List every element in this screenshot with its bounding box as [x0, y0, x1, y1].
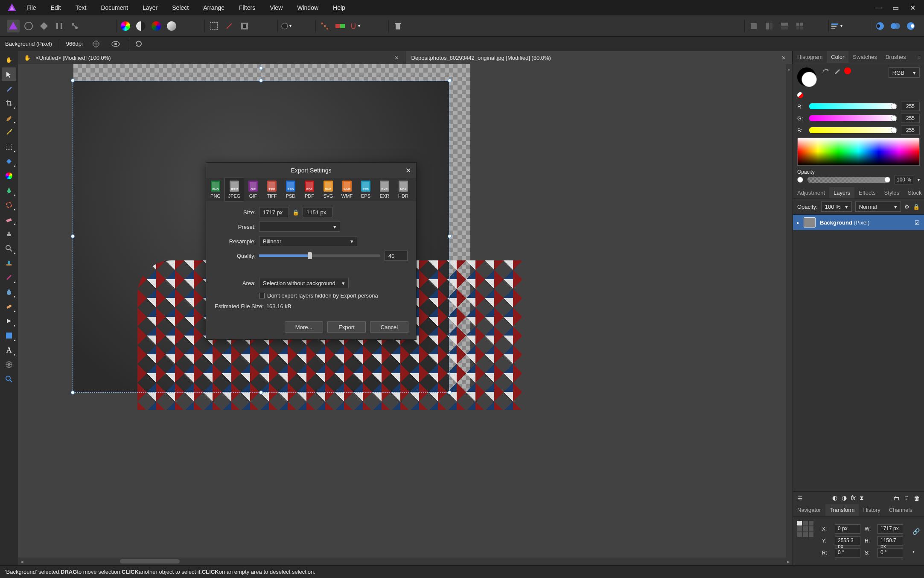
hand-tool-icon[interactable]: ✋ — [2, 53, 16, 67]
tab-histogram[interactable]: Histogram — [793, 51, 827, 63]
anchor-grid[interactable] — [797, 521, 813, 537]
dialog-close-icon[interactable]: ✕ — [405, 166, 411, 175]
preset-select[interactable]: ▾ — [259, 222, 340, 232]
menu-arrange[interactable]: Arrange — [203, 4, 224, 11]
opacity-handle-icon[interactable] — [797, 177, 803, 183]
tf-w-input[interactable]: 1717 px — [877, 524, 903, 534]
zoom-tool-icon[interactable]: ▸ — [2, 242, 16, 255]
menu-help[interactable]: Help — [333, 4, 345, 11]
patch-tool-icon[interactable]: ▸ — [2, 300, 16, 313]
autowhite-icon[interactable] — [165, 20, 178, 32]
lock-aspect-icon[interactable]: 🔒 — [289, 209, 303, 216]
link-wh-icon[interactable]: 🔗 — [912, 528, 920, 535]
resample-select[interactable]: Bilinear▾ — [259, 236, 357, 246]
area-select[interactable]: Selection without background▾ — [259, 278, 349, 288]
heal-tool-icon[interactable]: ▸ — [2, 271, 16, 284]
circle-left-icon[interactable] — [874, 20, 886, 32]
format-gif[interactable]: GIFGIF — [244, 178, 262, 201]
circle-double-icon[interactable] — [889, 20, 902, 32]
layer-expand-icon[interactable]: ▸ — [797, 220, 799, 225]
tab-history[interactable]: History — [859, 504, 884, 516]
format-png[interactable]: PNGPNG — [206, 178, 225, 201]
more-button[interactable]: More... — [285, 321, 323, 333]
maximize-icon[interactable]: ▭ — [889, 2, 902, 13]
format-wmf[interactable]: WMFWMF — [338, 178, 356, 201]
persona-develop-icon[interactable] — [38, 20, 50, 32]
tab-brushes[interactable]: Brushes — [881, 51, 910, 63]
tab-styles[interactable]: Styles — [880, 187, 904, 199]
autocontrast-icon[interactable] — [134, 20, 147, 32]
persona-liquify-icon[interactable] — [22, 20, 35, 32]
liquify-tool-icon[interactable] — [2, 256, 16, 270]
opacity-slider[interactable] — [807, 177, 890, 183]
tab-color[interactable]: Color — [827, 51, 848, 63]
snap-dropdown[interactable]: ▾ — [349, 20, 362, 32]
marquee-tool-icon[interactable]: ▸ — [2, 140, 16, 154]
export-width-input[interactable] — [259, 207, 289, 217]
clone-tool-icon[interactable] — [2, 227, 16, 241]
erase-tool-icon[interactable]: ▸ — [2, 213, 16, 226]
menu-window[interactable]: Window — [297, 4, 318, 11]
opacity-value[interactable]: 100 % — [895, 175, 913, 184]
menu-edit[interactable]: Edit — [51, 4, 61, 11]
shape-tool-icon[interactable]: ▸ — [2, 329, 16, 342]
blur-tool-icon[interactable]: ▸ — [2, 285, 16, 299]
channel-slider[interactable] — [809, 127, 897, 133]
format-psd[interactable]: PSDPSD — [281, 178, 300, 201]
crop-tool-icon[interactable]: ▸ — [2, 96, 16, 110]
blend-mode-select[interactable]: Normal▾ — [855, 201, 901, 212]
format-jpeg[interactable]: JPEGJPEG — [225, 178, 244, 201]
folder-icon[interactable]: 🗀 — [893, 495, 899, 502]
panel-menu-icon[interactable]: ≡ — [917, 54, 924, 60]
quality-slider[interactable] — [259, 254, 380, 257]
grid-icon[interactable] — [318, 20, 331, 32]
selection-square-icon[interactable] — [207, 20, 220, 32]
channel-value[interactable]: 255 — [901, 102, 920, 111]
adjust-icon[interactable]: ◑ — [842, 494, 847, 502]
layer-opacity-select[interactable]: 100 %▾ — [821, 201, 852, 212]
swap-colors-icon[interactable] — [821, 67, 830, 76]
layer-row-background[interactable]: ▸ Background (Pixel) ☑ — [793, 215, 924, 230]
format-hdr[interactable]: HDRHDR — [394, 178, 413, 201]
mesh-tool-icon[interactable] — [2, 358, 16, 371]
arrange-mode-dropdown[interactable]: ▾ — [831, 20, 844, 32]
tab-swatches[interactable]: Swatches — [848, 51, 881, 63]
document-tab-2[interactable]: Depositphotos_80293442_original.jpg [Mod… — [405, 51, 793, 64]
target-icon[interactable] — [90, 38, 102, 50]
wand-tool-icon[interactable] — [2, 126, 16, 139]
tab-adjustment[interactable]: Adjustment — [793, 187, 829, 199]
channel-slider[interactable] — [809, 115, 897, 121]
tf-s-input[interactable]: 0 ° — [877, 548, 903, 558]
gradient-tool-icon[interactable] — [2, 169, 16, 183]
hourglass-icon[interactable]: ⧗ — [860, 494, 864, 502]
no-color-icon[interactable] — [797, 92, 803, 98]
export-height-input[interactable] — [303, 207, 332, 217]
menu-text[interactable]: Text — [76, 4, 87, 11]
persona-photo-icon[interactable] — [7, 20, 20, 32]
hidden-layers-checkbox[interactable]: Don't export layers hidden by Export per… — [259, 292, 378, 299]
refresh-icon[interactable] — [129, 38, 142, 50]
text-tool-icon[interactable]: A▸ — [2, 343, 16, 357]
opacity-caret-icon[interactable]: ▾ — [918, 178, 920, 182]
tab-stock[interactable]: Stock — [904, 187, 924, 199]
node-tool-icon[interactable]: ▸ — [2, 314, 16, 328]
menu-view[interactable]: View — [270, 4, 283, 11]
mask-icon[interactable]: ◐ — [832, 494, 837, 502]
arrange-2-icon[interactable] — [763, 20, 775, 32]
eye-icon[interactable] — [109, 38, 122, 50]
format-exr[interactable]: EXREXR — [375, 178, 394, 201]
menu-layer[interactable]: Layer — [143, 4, 157, 11]
canvas-viewport[interactable]: ▴ Export Settings ✕ PNGPNGJPEGJPEGGIFGIF… — [18, 64, 793, 558]
tf-y-input[interactable]: 2555.3 px — [835, 536, 860, 546]
selection-invert-icon[interactable] — [238, 20, 251, 32]
lock-icon[interactable]: 🔒 — [913, 204, 920, 210]
tab-navigator[interactable]: Navigator — [793, 504, 825, 516]
color-mode-select[interactable]: RGB▾ — [889, 67, 920, 78]
gear-icon[interactable]: ⚙ — [904, 204, 909, 210]
tf-h-input[interactable]: 1150.7 px — [877, 536, 903, 546]
channel-value[interactable]: 255 — [901, 114, 920, 123]
tf-x-input[interactable]: 0 px — [835, 524, 860, 534]
document-tab-1[interactable]: ✋ <Untitled> [Modified] (100.0%) ✕ — [18, 51, 405, 64]
tab-layers[interactable]: Layers — [829, 187, 854, 199]
autocolors-icon[interactable] — [150, 20, 163, 32]
